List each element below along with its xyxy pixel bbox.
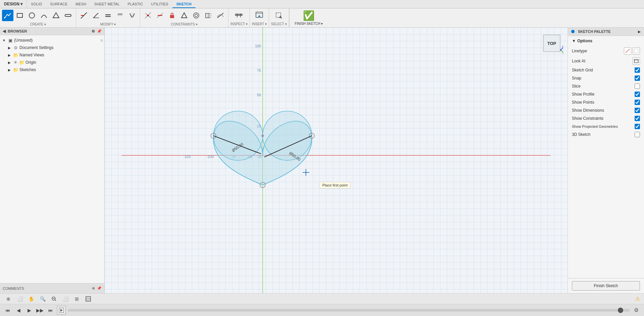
- timeline-first-btn[interactable]: ⏮: [3, 306, 12, 315]
- timeline-thumb[interactable]: [618, 308, 623, 313]
- orientation-cube[interactable]: TOP Z X: [540, 32, 564, 55]
- svg-rect-20: [170, 15, 174, 18]
- palette-title: SKETCH PALETTE: [578, 30, 611, 34]
- timeline-next-btn[interactable]: ▶▶: [36, 306, 44, 315]
- canvas-svg: 100 75 50 25 -125 -100 -75 -50 -25: [105, 28, 568, 293]
- svg-rect-24: [206, 13, 209, 18]
- slice-checkbox[interactable]: [635, 84, 640, 89]
- tab-mesh[interactable]: MESH: [71, 1, 90, 8]
- show-projected-checkbox[interactable]: [635, 124, 640, 129]
- browser-settings-icon[interactable]: ⚙: [92, 29, 95, 34]
- status-zoom-window-icon[interactable]: 🔍: [38, 295, 47, 303]
- arc-tool[interactable]: [38, 10, 50, 21]
- browser-collapse-icon[interactable]: ◀: [3, 29, 6, 34]
- line-tool[interactable]: [2, 10, 13, 21]
- status-frame-icon[interactable]: ⬜: [15, 295, 24, 303]
- modify-label: MODIFY ▾: [100, 22, 116, 26]
- linetype-btn1[interactable]: [624, 47, 631, 55]
- lock-tool[interactable]: [166, 10, 178, 21]
- tree-arrow-origin[interactable]: ▶: [7, 60, 12, 65]
- options-section-header[interactable]: ▼ Options: [572, 39, 640, 43]
- sketch-3d-checkbox[interactable]: [635, 132, 640, 137]
- sketch-grid-row: Sketch Grid: [572, 66, 640, 74]
- timeline-play-btn[interactable]: ▶: [25, 306, 34, 315]
- status-orbit-icon[interactable]: ✋: [27, 295, 36, 303]
- status-zoom-icon[interactable]: [50, 295, 58, 303]
- status-display-icon[interactable]: [84, 295, 93, 303]
- tab-sheet-metal[interactable]: SHEET METAL: [90, 1, 123, 8]
- tree-item-named-views[interactable]: ▶ 📁 Named Views: [0, 51, 104, 59]
- tree-label-named-views: Named Views: [19, 53, 103, 57]
- tree-item-doc-settings[interactable]: ▶ ⚙ Document Settings: [0, 44, 104, 51]
- trim-tool[interactable]: [78, 10, 90, 21]
- svg-point-2: [29, 13, 35, 18]
- svg-rect-1: [17, 13, 22, 17]
- rectangle-tool[interactable]: [14, 10, 25, 21]
- show-profile-checkbox[interactable]: [635, 92, 640, 97]
- canvas-area[interactable]: 100 75 50 25 -125 -100 -75 -50 -25: [105, 28, 568, 293]
- tree-item-sketches[interactable]: ▶ 📁 Sketches: [0, 66, 104, 73]
- sketch-grid-checkbox[interactable]: [635, 67, 640, 73]
- select-tool[interactable]: [273, 10, 285, 21]
- inspect-label: INSPECT ▾: [230, 22, 248, 26]
- finish-sketch-button[interactable]: ✅ FINISH SKETCH ▾: [289, 8, 328, 27]
- tab-surface[interactable]: SURFACE: [46, 1, 71, 8]
- tab-plastic[interactable]: PLASTIC: [124, 1, 147, 8]
- tab-solid[interactable]: SOLID: [27, 1, 46, 8]
- palette-finish-sketch-button[interactable]: Finish Sketch: [572, 281, 640, 291]
- tree-arrow-sketches[interactable]: ▶: [7, 67, 12, 72]
- timeline-track[interactable]: [68, 309, 630, 312]
- linetype-btn2[interactable]: [633, 47, 640, 55]
- tab-sketch[interactable]: SKETCH: [172, 1, 196, 8]
- timeline-prev-btn[interactable]: ◀: [14, 306, 23, 315]
- comments-expand-icon[interactable]: 📌: [97, 286, 102, 291]
- show-constraints-checkbox[interactable]: [635, 116, 640, 121]
- sketch-3d-row: 3D Sketch: [572, 130, 640, 139]
- extend-tool[interactable]: [90, 10, 102, 21]
- palette-expand-icon[interactable]: ▶: [638, 30, 641, 34]
- comments-add-icon[interactable]: ⊕: [92, 286, 95, 291]
- circle-tool[interactable]: [26, 10, 38, 21]
- modify-section: MODIFY ▾: [76, 8, 140, 28]
- equal-tool[interactable]: [102, 10, 114, 21]
- svg-text:100: 100: [255, 44, 261, 48]
- tab-utilities[interactable]: UTILITIES: [147, 1, 172, 8]
- project-tool[interactable]: [203, 10, 214, 21]
- show-points-row: Show Points: [572, 98, 640, 106]
- tree-options-root[interactable]: ⊙: [100, 39, 103, 42]
- constraints-section: CONSTRAINTS ▾: [140, 8, 228, 28]
- snap-checkbox[interactable]: [635, 75, 640, 81]
- perpendicular-tool[interactable]: [178, 10, 190, 21]
- coincident-tool[interactable]: [142, 10, 154, 21]
- comments-label: COMMENTS: [3, 286, 24, 291]
- show-dimensions-checkbox[interactable]: [635, 108, 640, 113]
- tree-eye-origin[interactable]: 👁: [13, 60, 18, 65]
- tangent-tool[interactable]: [215, 10, 226, 21]
- status-move-icon[interactable]: ⊕: [4, 295, 13, 303]
- browser-pin-icon[interactable]: 📌: [97, 29, 102, 34]
- offset-tool[interactable]: [114, 10, 126, 21]
- look-at-btn[interactable]: [633, 57, 640, 65]
- design-button[interactable]: DESIGN ▾: [1, 0, 27, 8]
- inspect-tool[interactable]: [233, 10, 245, 21]
- show-points-checkbox[interactable]: [635, 100, 640, 105]
- tree-arrow-named-views[interactable]: ▶: [7, 52, 12, 58]
- timeline-settings-btn[interactable]: ⚙: [632, 306, 641, 315]
- status-view-icon[interactable]: ⬜: [61, 295, 70, 303]
- mirror-tool[interactable]: [126, 10, 138, 21]
- svg-point-46: [263, 111, 312, 160]
- status-grid-icon[interactable]: ⊞: [72, 295, 81, 303]
- polygon-tool[interactable]: [50, 10, 62, 21]
- tree-item-root[interactable]: ▼ ▣ (Unsaved) ⊙: [0, 37, 104, 44]
- svg-point-22: [194, 13, 199, 18]
- tree-item-origin[interactable]: ▶ 👁 📁 Origin: [0, 59, 104, 66]
- tree-arrow-root[interactable]: ▼: [1, 38, 7, 43]
- slot-tool[interactable]: [62, 10, 74, 21]
- insert-tool[interactable]: [253, 10, 265, 21]
- timeline-sketch-marker[interactable]: [57, 306, 66, 315]
- show-profile-row: Show Profile: [572, 90, 640, 98]
- concentric-tool[interactable]: [191, 10, 202, 21]
- timeline-last-btn[interactable]: ⏭: [46, 306, 55, 315]
- collinear-tool[interactable]: [154, 10, 166, 21]
- tree-arrow-doc-settings[interactable]: ▶: [7, 45, 12, 50]
